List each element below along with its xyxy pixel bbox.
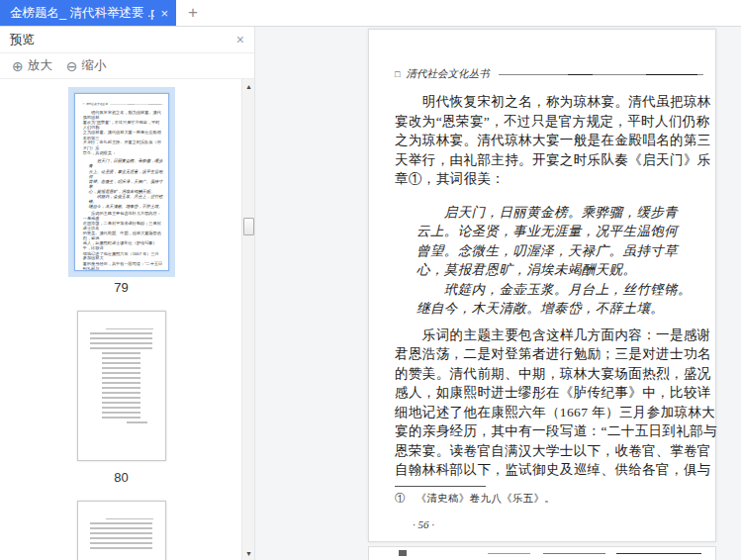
panel-close-icon[interactable]: ×: [236, 32, 244, 47]
thumbnail-text-line: [102, 357, 139, 359]
zoom-out-label: 缩小: [81, 57, 106, 74]
text-line: 的赞美。清代前期、中期，琼林大宴场面热烈，盛况: [82, 231, 162, 240]
mini-running-header: □ 清代社会文化丛书: [82, 103, 162, 107]
text-line: 的赞美。清代前期、中期，琼林大宴场面热烈，盛况: [395, 364, 703, 384]
thumbnail-text-line: [102, 412, 139, 414]
thumbnail-text-line: [102, 362, 139, 364]
preview-panel-title: 预览: [10, 32, 236, 48]
zoom-in-icon: ⊕: [12, 58, 24, 74]
mini-paragraph-1: 明代恢复宋初之名，称为琼林宴。清代虽把琼林宴改为“恩荣宴”，不过只是官方规定，平…: [82, 110, 162, 155]
thumbnail-text-line: [106, 328, 153, 329]
thumbnail-item-80[interactable]: 80: [71, 305, 172, 485]
document-view[interactable]: □ 清代社会文化丛书 明代恢复宋初之名，称为琼林宴。清代虽把琼林宴改为“恩荣宴”…: [255, 27, 741, 560]
text-line: 玳筵内，金壶玉浆。月台上，丝竹铿锵。: [88, 194, 162, 204]
thumbnail-text-line: [102, 382, 139, 384]
thumbnail-item-79[interactable]: □ 清代社会文化丛书 明代恢复宋初之名，称为琼林宴。清代虽把琼林宴改为“恩荣宴”…: [68, 87, 175, 295]
text-line: 曾望。念微生，叨渥泽，天禄广。虽持寸草: [88, 179, 162, 189]
thumbnail-column: □ 清代社会文化丛书 明代恢复宋初之名，称为琼林宴。清代虽把琼林宴改为“恩荣宴”…: [0, 79, 242, 560]
tab-title: 金榜题名_ 清代科举述要 .pdf: [10, 5, 154, 22]
text-line: 恩荣宴。读卷官自满汉大学士以下，收卷官、掌卷官: [395, 441, 703, 461]
footnote: ① 《清史稿》卷九八《乐五》。: [395, 492, 703, 506]
text-line: 天举行，由礼部主持。开宴之时乐队奏《启天门》乐: [82, 140, 162, 150]
zoom-in-label: 放大: [28, 57, 52, 74]
text-line: 启天门，日丽黄金榜。乘骅骝，缓步青: [88, 158, 162, 168]
running-header: □ 清代社会文化丛书: [395, 67, 703, 81]
text-line: 云上。论圣贤，事业无涯量，况平生温饱何: [417, 222, 703, 241]
thumbnail-80-placeholder-text: [78, 312, 165, 423]
header-square-icon: □: [395, 69, 400, 79]
thumbnail-text-line: [102, 377, 139, 379]
scroll-up-icon[interactable]: ▲: [242, 79, 254, 93]
thumbnail-text-line: [90, 527, 152, 529]
text-line: 宴的亲身经历，其中有一段写道：“二十五日到礼部与: [82, 261, 162, 271]
text-line: 心，莫报君恩旷，涓埃未竭酬天贶。: [417, 260, 703, 280]
text-line: 宴改为“恩荣宴”，不过只是官方规定，平时人们仍称: [395, 112, 703, 132]
text-line: 感人，如康熙时进士缪彤在《胪传纪事》中，比较详: [395, 383, 703, 403]
text-line: 之为琼林宴。清代琼林大宴一般是在金殿唱名的第三: [82, 130, 162, 140]
thumbnail-81-placeholder-text: [78, 502, 165, 549]
text-line: 乐词的主题主要包含这样几方面内容：一是感谢: [82, 211, 162, 221]
zoom-in-button[interactable]: ⊕ 放大: [12, 57, 52, 74]
thumbnail-text-line: [102, 387, 139, 389]
text-line: 章①，其词很美：: [82, 150, 162, 155]
zoom-out-icon: ⊖: [66, 58, 78, 74]
text-line: 天举行，由礼部主持。开宴之时乐队奏《启天门》乐: [395, 150, 703, 170]
running-header-rule: [499, 74, 703, 75]
paragraph-2: 乐词的主题主要包含这样几方面内容：一是感谢君恩浩荡，二是对登第者进行勉励；三是对…: [395, 326, 703, 480]
next-page-edge: [368, 546, 716, 560]
thumbnail-list: □ 清代社会文化丛书 明代恢复宋初之名，称为琼林宴。清代虽把琼林宴改为“恩荣宴”…: [0, 79, 254, 560]
running-header-text: 清代社会文化丛书: [406, 67, 489, 81]
thumbnail-79-content: □ 清代社会文化丛书 明代恢复宋初之名，称为琼林宴。清代虽把琼林宴改为“恩荣宴”…: [75, 94, 169, 271]
mini-paragraph-2: 乐词的主题主要包含这样几方面内容：一是感谢君恩浩荡，二是对登第者进行勉励；三是对…: [82, 211, 162, 271]
thumbnail-text-line: [102, 417, 139, 419]
text-line: 宴的亲身经历，其中有一段写道：“二十五日到礼部与: [395, 421, 703, 441]
text-line: 自翰林科部以下，监试御史及巡绰、供给各官，俱与: [395, 460, 703, 480]
thumbnail-text-line: [102, 397, 139, 399]
preview-sidebar: 预览 × ⊕ 放大 ⊖ 缩小: [0, 27, 255, 560]
scrollbar-thumb[interactable]: [243, 218, 254, 235]
tab-close-icon[interactable]: ×: [160, 6, 168, 21]
thumbnail-text-line: [106, 518, 153, 519]
thumbnail-text-line: [90, 347, 152, 349]
thumbnail-text-line: [127, 421, 146, 423]
thumbnail-text-line: [90, 532, 152, 534]
thumbnail-text-line: [102, 407, 139, 409]
mini-verse: 启天门，日丽黄金榜。乘骅骝，缓步青云上。论圣贤，事业无涯量，况平生温饱何曾望。念…: [88, 158, 162, 209]
thumbnail-text-line: [102, 367, 139, 369]
text-line: 明代恢复宋初之名，称为琼林宴。清代虽把琼林: [82, 110, 162, 120]
text-line: 君恩浩荡，二是对登第者进行勉励；三是对进士功名: [82, 221, 162, 231]
thumbnail-text-line: [90, 332, 152, 334]
text-line: 乐词的主题主要包含这样几方面内容：一是感谢: [395, 326, 703, 345]
tab-bar: 金榜题名_ 清代科举述要 .pdf × +: [0, 0, 741, 27]
thumbnail-text-line: [90, 337, 152, 339]
thumbnail-page-80[interactable]: [77, 311, 166, 461]
thumbnail-text-line: [90, 542, 152, 544]
preview-panel-header: 预览 ×: [0, 27, 254, 53]
text-line: 启天门，日丽黄金榜。乘骅骝，缓步青: [417, 203, 703, 223]
text-line: 章①，其词很美：: [395, 169, 703, 189]
text-line: 玳筵内，金壶玉浆。月台上，丝竹铿锵。: [417, 280, 703, 300]
thumbnail-wrap-81: [71, 495, 172, 560]
document-tab[interactable]: 金榜题名_ 清代科举述要 .pdf ×: [0, 0, 176, 26]
thumbnail-item-81[interactable]: [71, 495, 172, 560]
thumbnail-text-line: [90, 522, 152, 524]
new-tab-button[interactable]: +: [176, 0, 210, 26]
text-line: 君恩浩荡，二是对登第者进行勉励；三是对进士功名: [395, 344, 703, 364]
thumbnail-wrap-80: [71, 305, 172, 467]
thumbnail-text-line: [102, 352, 139, 354]
thumbnail-label-79: 79: [114, 280, 128, 295]
zoom-out-button[interactable]: ⊖ 缩小: [66, 57, 107, 74]
preview-toolbar: ⊕ 放大 ⊖ 缩小: [0, 53, 254, 79]
thumbnail-page-79[interactable]: □ 清代社会文化丛书 明代恢复宋初之名，称为琼林宴。清代虽把琼林宴改为“恩荣宴”…: [74, 93, 169, 271]
sidebar-scrollbar[interactable]: ▲ ▼: [241, 79, 254, 560]
scroll-down-icon[interactable]: ▼: [242, 546, 254, 560]
text-line: 曾望。念微生，叨渥泽，天禄广。虽持寸草: [417, 241, 703, 261]
thumbnail-page-81[interactable]: [77, 501, 166, 560]
thumbnail-text-line: [90, 342, 152, 344]
next-page-header-rule: [488, 553, 701, 554]
thumbnail-selection-highlight: □ 清代社会文化丛书 明代恢复宋初之名，称为琼林宴。清代虽把琼林宴改为“恩荣宴”…: [68, 87, 175, 277]
next-page-header-mark: [399, 550, 407, 556]
text-line: 继自今，木天清敞。增泰岱，不辞土壤。: [88, 204, 162, 209]
text-line: 宴改为“恩荣宴”，不过只是官方规定，平时人们仍称: [82, 120, 162, 130]
verse-block: 启天门，日丽黄金榜。乘骅骝，缓步青云上。论圣贤，事业无涯量，况平生温饱何曾望。念…: [417, 203, 703, 319]
